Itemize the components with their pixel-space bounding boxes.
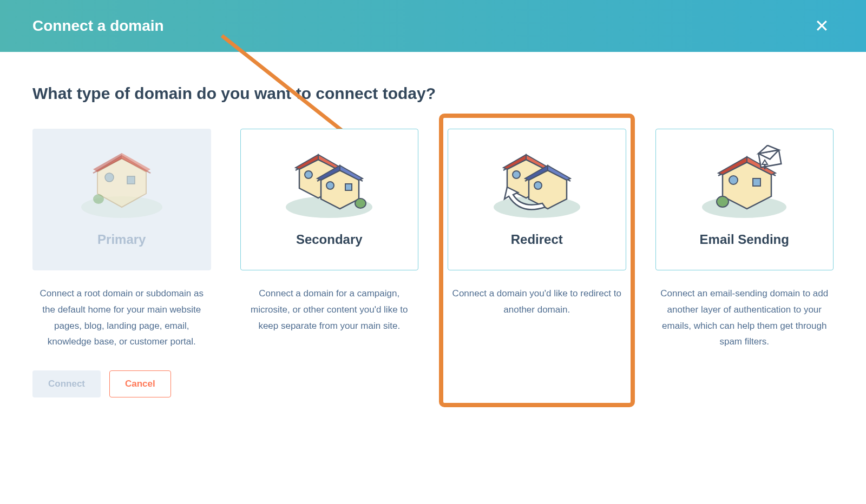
svg-point-14 [305,171,312,178]
card-redirect-title: Redirect [511,232,563,247]
svg-point-19 [326,182,334,189]
card-email-description: Connect an email-sending domain to add a… [655,286,834,350]
card-redirect[interactable]: Redirect [448,129,626,270]
primary-house-icon [73,142,170,223]
card-redirect-description: Connect a domain you'd like to redirect … [448,286,626,318]
card-wrap-redirect: Redirect Connect a domain you'd like to … [448,129,626,350]
modal-content: What type of domain do you want to conne… [0,52,866,430]
email-house-envelope-icon [696,142,793,223]
card-email-sending[interactable]: Email Sending [655,129,834,270]
cancel-button[interactable]: Cancel [109,370,171,397]
svg-rect-7 [127,176,135,184]
svg-point-32 [534,182,542,189]
close-button[interactable]: ✕ [810,11,834,41]
svg-point-8 [93,194,104,204]
connect-button[interactable]: Connect [32,370,101,397]
svg-point-27 [513,171,520,178]
card-wrap-email: Email Sending Connect an email-sending d… [655,129,834,350]
svg-point-38 [729,176,738,184]
card-secondary-title: Secondary [296,232,363,247]
svg-rect-20 [345,184,352,190]
card-primary: Primary [32,129,211,270]
card-secondary-description: Connect a domain for a campaign, microsi… [240,286,419,334]
redirect-houses-arrow-icon [488,142,586,223]
secondary-houses-icon [280,142,378,223]
card-email-title: Email Sending [700,232,789,247]
question-heading: What type of domain do you want to conne… [32,84,834,103]
domain-type-cards: Primary Connect a root domain or subdoma… [32,129,834,350]
card-secondary[interactable]: Secondary [240,129,419,270]
modal-title: Connect a domain [32,17,164,35]
svg-point-6 [105,173,114,182]
svg-point-21 [355,198,366,208]
card-primary-description: Connect a root domain or subdomain as th… [32,286,211,350]
svg-point-40 [717,196,729,207]
close-icon: ✕ [815,16,829,36]
card-wrap-primary: Primary Connect a root domain or subdoma… [32,129,211,350]
action-buttons: Connect Cancel [32,370,834,397]
card-primary-title: Primary [97,232,146,247]
svg-rect-39 [753,178,760,186]
card-wrap-secondary: Secondary Connect a domain for a campaig… [240,129,419,350]
modal-header: Connect a domain ✕ [0,0,866,52]
